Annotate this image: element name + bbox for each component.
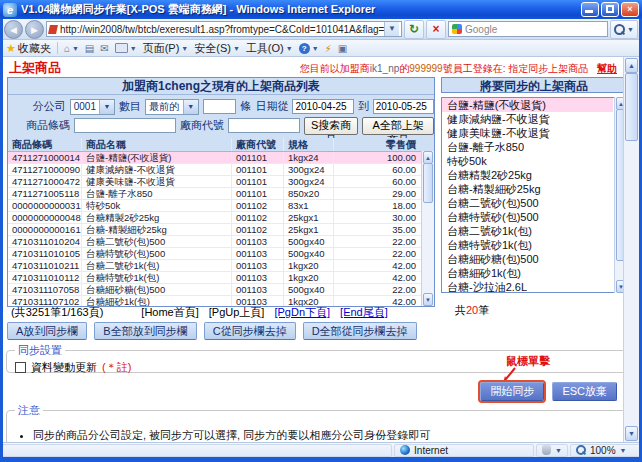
search-box[interactable]: Google	[448, 21, 608, 37]
table-cell: 001103	[232, 260, 284, 271]
close-button[interactable]: ×	[621, 2, 639, 17]
list-item[interactable]: 健康減納鹽-不收退貨	[442, 112, 613, 126]
table-row[interactable]: 4710311010112台糖特號砂1k(包)0011031kgx2042.00	[8, 272, 434, 284]
list-item[interactable]: 台糖-沙拉油2.6L	[442, 280, 613, 293]
page-up[interactable]: [PgUp上頁]	[209, 305, 265, 320]
protected-mode-indicator[interactable]: ▼	[536, 444, 568, 457]
list-item[interactable]: 健康美味鹽-不收退貨	[442, 126, 613, 140]
vendor-label: 廠商代號	[180, 118, 224, 133]
tools-menu[interactable]: 工具(O)▼	[246, 41, 293, 56]
mail-button[interactable]: ✉	[100, 43, 108, 54]
login-mid: 的	[399, 63, 409, 74]
all-products-button[interactable]: A全部上架商品	[362, 117, 434, 135]
table-cell: 001102	[232, 224, 284, 235]
table-row[interactable]: 4710311010211台糖二號砂1k(包)0011031kgx2042.00	[8, 260, 434, 272]
date-to-input[interactable]: 2010-05-25	[373, 99, 434, 114]
page-end-link[interactable]: [End尾頁]	[340, 305, 388, 320]
page-home[interactable]: [Home首頁]	[141, 305, 198, 320]
list-item[interactable]: 台鹽-精鹽(不收退貨)	[442, 98, 613, 112]
search-products-button[interactable]: S搜索商品	[304, 117, 358, 135]
minimize-button[interactable]	[581, 2, 599, 17]
list-item[interactable]: 台糖特號砂1k(包)	[442, 238, 613, 252]
refresh-button[interactable]: ↻	[404, 20, 424, 39]
table-cell: 001102	[232, 200, 284, 211]
feeds-button[interactable]: ▤	[85, 43, 94, 54]
table-row[interactable]: 4710311107058台糖細砂糖(包)500001103500gx4022.…	[8, 284, 434, 296]
total-count: 20	[466, 304, 478, 316]
star-icon: ★	[6, 42, 16, 55]
page-down-link[interactable]: [PgDn下頁]	[274, 305, 330, 320]
table-row[interactable]: 4711271000472健康美味鹽-不收退貨001101300gx2460.0…	[8, 176, 434, 188]
table-row[interactable]: 0000000000161台糖-精製細砂25kg00110225kgx135.0…	[8, 224, 434, 236]
page-icon	[48, 25, 58, 34]
page-menu[interactable]: 页面(P)▼	[143, 41, 189, 56]
table-row[interactable]: 4710311010105台糖特號砂(包)500001103500gx4022.…	[8, 248, 434, 260]
list-item[interactable]: 台糖精製2砂25kg	[442, 168, 613, 182]
stop-button[interactable]: ×	[426, 20, 446, 39]
scroll-up-icon[interactable]: ▲	[625, 58, 638, 73]
zoom-control[interactable]: 100% ▼	[570, 444, 642, 457]
list-item[interactable]: 台糖細砂1k(包)	[442, 266, 613, 280]
table-row[interactable]: 0000000000031特砂50k00110283x118.00	[8, 200, 434, 212]
help-link[interactable]: 幫助	[597, 63, 617, 74]
list-item[interactable]: 台糖細砂糖(包)500	[442, 252, 613, 266]
table-cell: 42.00	[334, 272, 421, 283]
table-row[interactable]: 4711271000014台鹽-精鹽(不收退貨)0011011kgx24100.…	[8, 152, 434, 164]
extension-button-1[interactable]: ⚡	[325, 43, 332, 54]
list-item[interactable]: 台糖二號砂(包)500	[442, 196, 613, 210]
list-item[interactable]: 台鹽-離子水850	[442, 140, 613, 154]
extension-icon-2: ▣	[338, 43, 347, 54]
table-cell: 001103	[232, 248, 284, 259]
restore-button[interactable]	[601, 2, 619, 17]
date-from-input[interactable]: 2010-04-25	[292, 99, 353, 114]
address-bar[interactable]: http://win2008/tw/btcb/exeresult1.asp?fr…	[46, 21, 402, 37]
safety-menu[interactable]: 安全(S)▼	[194, 41, 240, 56]
table-row[interactable]: 4711271005118台鹽-離子水850001101850x2029.00	[8, 188, 434, 200]
back-button[interactable]: ◀	[4, 20, 23, 39]
count-select[interactable]: 最前的▼	[145, 99, 199, 115]
table-row[interactable]: 4710311010204台糖二號砂(包)500001103500gx4022.…	[8, 236, 434, 248]
sync-action-button[interactable]: A放到同步欄	[7, 322, 87, 340]
sync-action-button[interactable]: B全部放到同步欄	[94, 322, 196, 340]
notice-item: 同步的商品分公司設定, 被同步方可以選擇, 同步方的要以相應分公司身份登錄即可	[33, 428, 629, 442]
ie-logo-icon: e	[3, 3, 17, 17]
table-cell: 0000000000161	[8, 224, 82, 235]
search-button[interactable]: ▼	[610, 20, 638, 39]
favorites-button[interactable]: ★ 收藏夹	[6, 41, 51, 56]
scrollbar-thumb[interactable]	[423, 163, 433, 203]
scroll-down-icon[interactable]: ▼	[625, 426, 638, 441]
list-item[interactable]: 台糖特號砂(包)500	[442, 210, 613, 224]
count-input[interactable]	[203, 99, 237, 114]
page-scrollbar[interactable]: ▲ ▼	[623, 57, 639, 442]
forward-button[interactable]: ▶	[25, 20, 44, 39]
list-item[interactable]: 特砂50k	[442, 154, 613, 168]
vendor-input[interactable]	[228, 118, 300, 133]
list-item[interactable]: 台糖-精製細砂25kg	[442, 182, 613, 196]
address-dropdown-icon[interactable]: ▼	[384, 22, 399, 36]
sync-list: 台鹽-精鹽(不收退貨)健康減納鹽-不收退貨健康美味鹽-不收退貨台鹽-離子水850…	[441, 97, 627, 293]
branch-select[interactable]: 0001▼	[70, 99, 115, 115]
table-cell: 4711271000090	[8, 164, 82, 175]
scrollbar-thumb[interactable]	[625, 73, 638, 141]
table-cell: 台鹽-離子水850	[82, 188, 232, 199]
login-employee-no: 999999	[409, 63, 442, 74]
barcode-input[interactable]	[74, 118, 176, 133]
list-item[interactable]: 台糖二號砂1k(包)	[442, 224, 613, 238]
esc-cancel-button[interactable]: ESC放棄	[552, 382, 617, 401]
table-scrollbar[interactable]: ▲ ▼	[421, 151, 434, 306]
sync-action-button[interactable]: C從同步欄去掉	[204, 322, 296, 340]
home-button[interactable]: ⌂▼	[64, 43, 79, 54]
action-buttons: 開始同步 ESC放棄	[480, 382, 617, 401]
print-button[interactable]: ▼	[115, 43, 137, 53]
sync-panel: 將要同步的上架商品 台鹽-精鹽(不收退貨)健康減納鹽-不收退貨健康美味鹽-不收退…	[441, 77, 627, 318]
search-dropdown-icon[interactable]: ▼	[627, 26, 634, 33]
table-row[interactable]: 0000000000048台糖精製2砂25kg00110225kgx130.00	[8, 212, 434, 224]
column-header: 零售價	[334, 138, 421, 151]
data-update-checkbox[interactable]	[15, 362, 26, 373]
help-icon: ?	[299, 43, 310, 54]
extension-button-2[interactable]: ▣	[338, 43, 347, 54]
start-sync-button[interactable]: 開始同步	[480, 382, 544, 401]
sync-action-button[interactable]: D全部從同步欄去掉	[303, 322, 417, 340]
table-row[interactable]: 4711271000090健康減納鹽-不收退貨001101300gx2460.0…	[8, 164, 434, 176]
help-menu[interactable]: ?▼	[299, 43, 319, 54]
